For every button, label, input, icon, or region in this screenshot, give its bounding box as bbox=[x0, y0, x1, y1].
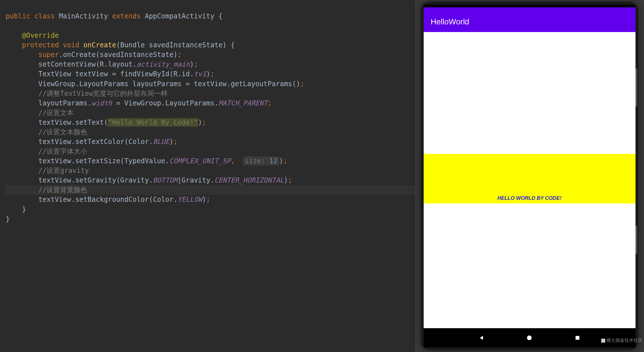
keyword: extends bbox=[112, 12, 141, 20]
svg-rect-1 bbox=[575, 336, 579, 340]
watermark: 稀土掘金技术社区 bbox=[601, 338, 643, 343]
keyword: super bbox=[39, 51, 59, 59]
annotation: @Override bbox=[22, 31, 59, 39]
keyword: public bbox=[6, 12, 30, 20]
content-white-top bbox=[424, 32, 636, 154]
parameter: Bundle savedInstanceState bbox=[120, 41, 223, 49]
comment: //调整TextView宽度与它的外层布局一样 bbox=[39, 90, 168, 97]
field: COMPLEX_UNIT_SP bbox=[169, 157, 231, 165]
comment: //设置背景颜色 bbox=[39, 186, 88, 194]
field: BLUE bbox=[153, 138, 169, 146]
field: tv1 bbox=[194, 70, 206, 78]
class-name: MainActivity bbox=[59, 12, 108, 20]
string-literal: "Hello World By Code!" bbox=[108, 118, 198, 127]
status-bar bbox=[424, 7, 636, 12]
code-editor-panel[interactable]: public class MainActivity extends AppCom… bbox=[0, 0, 415, 352]
nav-back-icon[interactable] bbox=[477, 334, 485, 342]
nav-overview-icon[interactable] bbox=[573, 334, 581, 342]
comment: //设置字体大小 bbox=[39, 147, 88, 155]
field: activity_main bbox=[137, 60, 190, 68]
app-title: HelloWorld bbox=[431, 17, 469, 26]
keyword: protected bbox=[22, 41, 59, 49]
comment: //设置文本 bbox=[39, 109, 74, 117]
inline-hint: size: 12 bbox=[243, 156, 279, 166]
field: BOTTOM bbox=[153, 176, 178, 184]
textview-text: HELLO WORLD BY CODE! bbox=[497, 195, 562, 201]
nav-home-icon[interactable] bbox=[525, 334, 533, 342]
phone-notch bbox=[424, 5, 636, 7]
field: MATCH_PARENT bbox=[218, 99, 267, 107]
keyword: class bbox=[34, 12, 55, 20]
textview-yellow-area: HELLO WORLD BY CODE! bbox=[424, 154, 636, 203]
app-content[interactable]: HELLO WORLD BY CODE! bbox=[424, 32, 636, 328]
power-button[interactable] bbox=[636, 68, 637, 107]
emulator-panel: HelloWorld HELLO WORLD BY CODE! 稀土掘金技术社区 bbox=[415, 0, 644, 352]
content-white-bottom bbox=[424, 203, 636, 328]
class-name: AppCompatActivity bbox=[145, 12, 214, 20]
app-bar: HelloWorld bbox=[424, 12, 636, 32]
keyword: void bbox=[63, 41, 79, 49]
field: YELLOW bbox=[178, 196, 202, 203]
method-name: onCreate bbox=[84, 41, 116, 49]
phone-frame: HelloWorld HELLO WORLD BY CODE! bbox=[421, 2, 638, 350]
field: CENTER_HORIZONTAL bbox=[214, 176, 284, 184]
comment: //设置gravity bbox=[39, 167, 89, 175]
volume-button[interactable] bbox=[636, 226, 637, 254]
svg-point-0 bbox=[527, 336, 532, 340]
comment: //设置文本颜色 bbox=[39, 128, 88, 136]
